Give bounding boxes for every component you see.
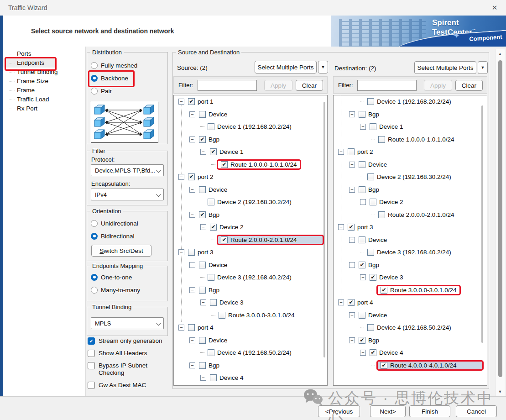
radio-icon[interactable] [91,220,98,227]
tree-row[interactable]: −Bgp [334,184,487,196]
tree-row[interactable]: −Bgp [334,108,487,121]
tree-row[interactable]: Route 2.0.0.0-2.0.1.0/24 [334,209,487,221]
tree-checkbox[interactable]: ✔ [188,98,195,105]
tree-checkbox[interactable] [367,173,374,180]
tree-node[interactable]: port 3 [186,248,215,257]
destination-filter-input[interactable] [357,80,417,91]
tree-checkbox[interactable]: ✔ [348,224,355,231]
option-bypass-ip-subnet-checking[interactable]: Bypass IP Subnet Checking [88,362,165,377]
collapse-icon[interactable]: − [178,325,184,331]
tree-node[interactable]: ✔port 1 [186,97,215,106]
tree-node[interactable]: Device [357,160,389,169]
tree-row[interactable]: ✔Route 1.0.0.0-1.0.1.0/24 [174,158,327,171]
tree-row[interactable]: −✔Device 2 [174,221,327,234]
sidebar-item-rx-port[interactable]: Rx Port [3,104,85,113]
collapse-icon[interactable]: − [360,274,366,280]
tree-row[interactable]: −✔Device 1 [174,146,327,158]
tree-row[interactable]: −Device 1 [334,121,487,133]
collapse-icon[interactable]: − [349,337,355,343]
tree-node[interactable]: Device 4 [208,373,245,382]
collapse-icon[interactable]: − [189,212,195,218]
tree-node[interactable]: Device [357,311,389,320]
scroll-up-icon[interactable]: ▲ [496,50,505,58]
radio-orientation-bidirectional[interactable]: Bidirectional [87,230,167,242]
tree-checkbox[interactable] [188,249,195,256]
radio-icon[interactable] [91,287,98,294]
tree-checkbox[interactable] [367,324,374,331]
tree-checkbox[interactable] [367,249,374,256]
encapsulation-dropdown[interactable]: IPv4 [91,189,164,200]
collapse-icon[interactable]: − [189,187,195,193]
radio-icon[interactable] [91,88,98,94]
collapse-icon[interactable]: − [189,287,195,293]
destination-select-ports-dropdown-button[interactable]: ▼ [478,61,488,74]
tree-checkbox[interactable] [367,98,374,105]
tree-checkbox[interactable] [359,312,365,319]
collapse-icon[interactable]: − [338,224,344,230]
destination-clear-button[interactable]: Clear [455,80,483,91]
collapse-icon[interactable]: − [189,362,195,368]
tree-checkbox[interactable] [188,324,195,331]
tree-checkbox[interactable]: ✔ [381,362,387,369]
previous-button[interactable]: <Previous [318,405,360,417]
tree-node[interactable]: ✔Bgp [197,135,221,144]
collapse-icon[interactable]: − [360,350,366,356]
tree-row[interactable]: −port 3 [174,246,327,259]
tree-row[interactable]: Device 3 (192.168.40.2/24) [334,246,487,259]
option-gw-as-dest-mac[interactable]: Gw As Dest MAC [88,382,165,389]
tree-checkbox[interactable] [370,123,376,130]
destination-apply-button[interactable]: Apply [424,80,452,91]
tree-row[interactable]: −Bgp [174,284,327,297]
tree-node[interactable]: ✔Route 3.0.0.0-3.0.1.0/24 [376,285,461,295]
tree-node[interactable]: ✔Bgp [197,210,221,219]
collapse-icon[interactable]: − [189,337,195,343]
tree-checkbox[interactable]: ✔ [199,211,206,218]
tree-row[interactable]: −Device [174,108,327,121]
tree-checkbox[interactable] [210,299,217,306]
tree-checkbox[interactable] [199,111,206,118]
collapse-icon[interactable]: − [200,375,206,381]
finish-button[interactable]: Finish [409,405,450,417]
tree-checkbox[interactable] [199,337,206,344]
radio-mapping-one-to-one[interactable]: One-to-one [87,271,167,284]
tree-checkbox[interactable] [359,111,365,118]
tunnel-binding-dropdown[interactable]: MPLS [91,317,164,329]
radio-distribution-fully-meshed[interactable]: Fully meshed [87,59,167,72]
tree-node[interactable]: Device 4 (192.168.50.2/24) [206,348,293,357]
tree-row[interactable]: −✔port 1 [174,95,327,108]
sidebar-item-frame[interactable]: Frame [3,86,85,95]
tree-checkbox[interactable] [208,349,214,356]
dialog-scrollbar[interactable]: ▲ ▼ [495,49,505,396]
tree-checkbox[interactable]: ✔ [221,161,228,168]
tree-node[interactable]: port 4 [186,323,215,332]
collapse-icon[interactable]: − [189,111,195,117]
tree-row[interactable]: −Device [174,184,327,196]
checkbox-icon[interactable] [88,350,95,357]
tree-row[interactable]: −Device 3 [174,296,327,309]
tree-node[interactable]: Device 3 (192.168.40.2/24) [365,248,453,257]
source-select-multiple-ports-button[interactable]: Select Multiple Ports [255,61,317,74]
radio-distribution-pair[interactable]: Pair [87,84,167,97]
tree-checkbox[interactable] [208,274,214,281]
tree-checkbox[interactable] [199,362,206,369]
radio-orientation-unidirectional[interactable]: Unidirectional [87,217,167,230]
protocol-dropdown[interactable]: Device,MPLS-TP,Bfd... [91,164,164,176]
tree-checkbox[interactable] [199,186,206,193]
tree-node[interactable]: Route 3.0.0.0-3.0.1.0/24 [217,311,297,320]
tree-row[interactable]: Device 1 (192.168.20.2/24) [334,95,487,108]
collapse-icon[interactable]: − [189,262,195,268]
radio-distribution-backbone[interactable]: Backbone [87,72,167,84]
tree-checkbox[interactable] [370,199,376,205]
tree-node[interactable]: ✔port 2 [186,173,215,181]
tree-row[interactable]: Device 1 (192.168.20.2/24) [174,121,327,133]
tree-checkbox[interactable] [348,148,355,155]
radio-icon[interactable] [91,274,98,281]
collapse-icon[interactable]: − [349,162,355,168]
tree-node[interactable]: ✔Device 2 [208,223,245,231]
tree-row[interactable]: −✔port 2 [174,171,327,184]
tree-row[interactable]: −Bgp [174,359,327,372]
collapse-icon[interactable]: − [349,312,355,318]
tree-node[interactable]: ✔Device 1 [208,147,245,156]
source-select-ports-dropdown-button[interactable]: ▼ [318,61,328,74]
tree-checkbox[interactable]: ✔ [210,224,217,231]
